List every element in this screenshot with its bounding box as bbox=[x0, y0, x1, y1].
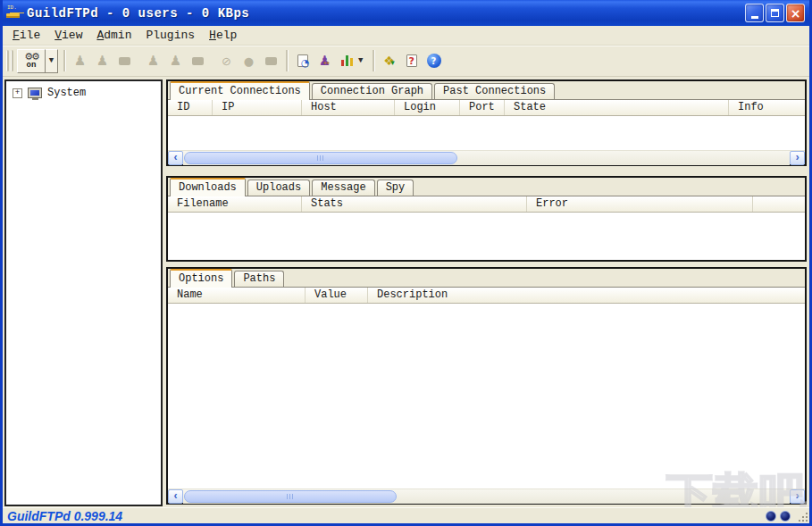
computer-icon bbox=[28, 88, 42, 98]
statistics-icon bbox=[341, 55, 354, 66]
kick-ip-button[interactable]: ♟ bbox=[142, 49, 164, 73]
menu-plugins[interactable]: Plugins bbox=[138, 27, 202, 45]
help-icon: ? bbox=[427, 54, 441, 68]
app-window: GuildFTPd - 0 users - 0 KBps × File View… bbox=[0, 0, 812, 526]
expand-icon[interactable]: + bbox=[13, 88, 22, 98]
menu-admin[interactable]: Admin bbox=[89, 27, 138, 45]
connections-tabstrip: Current Connections Connection Graph Pas… bbox=[168, 81, 805, 100]
options-column-headers: Name Value Description bbox=[168, 288, 805, 304]
tree-item-label: System bbox=[47, 87, 86, 99]
menu-help[interactable]: Help bbox=[202, 27, 244, 45]
tree-item-system[interactable]: + System bbox=[6, 81, 161, 99]
server-toggle-dropdown[interactable]: ▼ bbox=[46, 49, 58, 73]
column-header-name[interactable]: Name bbox=[168, 288, 306, 303]
server-toggle-button[interactable]: ⚙⚙ on ▼ bbox=[17, 49, 58, 73]
server-toggle-face[interactable]: ⚙⚙ on bbox=[17, 49, 46, 73]
tab-paths[interactable]: Paths bbox=[234, 271, 284, 287]
options-list[interactable] bbox=[168, 304, 805, 488]
transfers-column-headers: Filename Stats Error bbox=[168, 196, 805, 213]
tab-options[interactable]: Options bbox=[170, 269, 232, 288]
block-ip-icon bbox=[192, 57, 204, 65]
column-header-state[interactable]: State bbox=[505, 100, 729, 115]
options-panel: Options Paths Name Value Description ‹ › bbox=[166, 267, 807, 505]
scroll-track[interactable] bbox=[183, 151, 790, 165]
scroll-thumb[interactable] bbox=[184, 490, 397, 503]
user-accounts-icon: ♟ bbox=[319, 53, 331, 69]
led-icon bbox=[766, 511, 776, 522]
guildftpd-key-icon bbox=[6, 5, 22, 21]
tab-downloads[interactable]: Downloads bbox=[170, 178, 246, 196]
toolbar-grip[interactable] bbox=[11, 50, 13, 71]
tab-current-connections[interactable]: Current Connections bbox=[170, 81, 310, 100]
scroll-thumb[interactable] bbox=[184, 152, 457, 164]
column-header-info[interactable]: Info bbox=[729, 100, 805, 115]
window-controls: × bbox=[745, 4, 805, 22]
version-text: GuildFTPd 0.999.14 bbox=[7, 509, 122, 523]
toolbar-separator bbox=[373, 50, 374, 71]
menu-view[interactable]: View bbox=[47, 27, 89, 45]
help-button[interactable]: ? bbox=[423, 49, 445, 73]
ban-user-icon: ♟ bbox=[96, 53, 108, 69]
ban-user-button[interactable]: ♟ bbox=[91, 49, 113, 73]
maximize-icon bbox=[771, 9, 779, 17]
log-button[interactable] bbox=[291, 49, 314, 73]
server-gears-icon: ⚙⚙ bbox=[24, 53, 38, 62]
transfers-tabstrip: Downloads Uploads Message Spy bbox=[168, 178, 805, 196]
server-toggle-label: on bbox=[27, 62, 37, 70]
kick-domain-button[interactable]: ⊘ bbox=[215, 49, 238, 73]
tab-spy[interactable]: Spy bbox=[377, 180, 414, 196]
kick-ip-icon: ♟ bbox=[147, 53, 159, 69]
menu-file[interactable]: File bbox=[5, 27, 47, 45]
scroll-right-icon[interactable]: › bbox=[790, 151, 805, 165]
column-header-value[interactable]: Value bbox=[306, 288, 368, 303]
connections-list[interactable] bbox=[168, 116, 805, 150]
transfers-list[interactable] bbox=[168, 213, 805, 260]
column-header-filler bbox=[753, 196, 805, 212]
tab-uploads[interactable]: Uploads bbox=[247, 180, 310, 196]
block-user-button[interactable] bbox=[113, 49, 136, 73]
column-header-error[interactable]: Error bbox=[527, 196, 753, 212]
connections-panel: Current Connections Connection Graph Pas… bbox=[166, 79, 807, 166]
column-header-id[interactable]: ID bbox=[168, 100, 213, 115]
block-ip-button[interactable] bbox=[187, 49, 209, 73]
scroll-track[interactable] bbox=[183, 489, 790, 504]
options-tabstrip: Options Paths bbox=[168, 269, 805, 288]
ban-ip-button[interactable]: ♟ bbox=[164, 49, 187, 73]
tab-message[interactable]: Message bbox=[312, 180, 374, 196]
title-bar[interactable]: GuildFTPd - 0 users - 0 KBps × bbox=[3, 0, 809, 26]
toolbar: ⚙⚙ on ▼ ♟ ♟ ♟ ♟ ⊘ ● ♟ ▼ ❖ ? bbox=[3, 46, 809, 77]
column-header-port[interactable]: Port bbox=[460, 100, 505, 115]
tab-connection-graph[interactable]: Connection Graph bbox=[312, 83, 432, 99]
window-title: GuildFTPd - 0 users - 0 KBps bbox=[27, 6, 741, 21]
column-header-stats[interactable]: Stats bbox=[302, 196, 527, 212]
close-button[interactable]: × bbox=[786, 4, 805, 22]
options-hscrollbar: ‹ › bbox=[168, 488, 805, 503]
statistics-button[interactable] bbox=[336, 49, 358, 73]
minimize-button[interactable] bbox=[745, 4, 764, 22]
block-domain-button[interactable] bbox=[260, 49, 282, 73]
column-header-host[interactable]: Host bbox=[302, 100, 395, 115]
whats-this-button[interactable] bbox=[400, 49, 423, 73]
scroll-right-icon[interactable]: › bbox=[790, 489, 805, 504]
column-header-login[interactable]: Login bbox=[395, 100, 460, 115]
whats-this-icon bbox=[406, 54, 417, 67]
column-header-ip[interactable]: IP bbox=[213, 100, 302, 115]
resize-grip[interactable] bbox=[797, 511, 808, 522]
kick-user-button[interactable]: ♟ bbox=[69, 49, 91, 73]
column-header-filename[interactable]: Filename bbox=[168, 196, 302, 212]
status-bar: GuildFTPd 0.999.14 bbox=[3, 507, 809, 523]
column-header-description[interactable]: Description bbox=[368, 288, 805, 303]
plugins-button[interactable]: ❖ bbox=[378, 49, 400, 73]
server-tree-panel: + System bbox=[4, 79, 163, 506]
scroll-left-icon[interactable]: ‹ bbox=[168, 151, 183, 165]
maximize-button[interactable] bbox=[766, 4, 784, 22]
ban-domain-button[interactable]: ● bbox=[238, 49, 260, 73]
statistics-dropdown[interactable]: ▼ bbox=[358, 56, 369, 65]
user-accounts-button[interactable]: ♟ bbox=[314, 49, 336, 73]
chevron-down-icon: ▼ bbox=[49, 56, 54, 65]
connections-column-headers: ID IP Host Login Port State Info bbox=[168, 100, 805, 116]
scroll-left-icon[interactable]: ‹ bbox=[168, 489, 183, 504]
toolbar-grip[interactable] bbox=[6, 50, 9, 71]
status-leds bbox=[766, 511, 791, 522]
tab-past-connections[interactable]: Past Connections bbox=[434, 83, 555, 99]
